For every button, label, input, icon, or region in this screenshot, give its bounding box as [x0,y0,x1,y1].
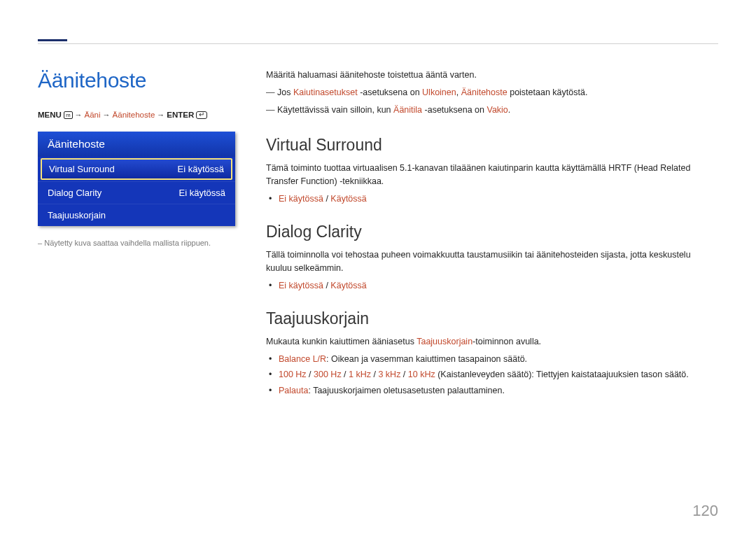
breadcrumb-item-aani: Ääni [85,111,101,119]
menu-item-taajuuskorjain[interactable]: Taajuuskorjain [38,204,235,226]
menu-item-value: Ei käytössä [179,188,225,198]
menu-item-label: Virtual Surround [49,164,115,174]
top-divider [38,43,718,44]
breadcrumb: MENU m → Ääni → Äänitehoste → ENTER [38,111,249,119]
option-virtual-surround: Ei käytössä / Käytössä [279,192,718,206]
right-column: Määritä haluamasi äänitehoste toistettua… [266,69,718,400]
breadcrumb-menu-label: MENU [38,111,62,119]
eq-bands: 100 Hz / 300 Hz / 1 kHz / 3 kHz / 10 kHz… [279,368,718,381]
intro-text: Määritä haluamasi äänitehoste toistettua… [266,69,718,82]
menu-item-dialog-clarity[interactable]: Dialog Clarity Ei käytössä [38,181,235,204]
eq-balance: Balance L/R: Oikean ja vasemman kaiuttim… [279,353,718,366]
option-dialog-clarity: Ei käytössä / Käytössä [279,279,718,293]
note-speaker-settings: Jos Kaiutinasetukset -asetuksena on Ulko… [266,86,718,99]
eq-reset: Palauta: Taajuuskorjaimen oletusasetuste… [279,384,718,398]
chevron-right-icon: → [157,111,164,119]
settings-menu-widget: Äänitehoste Virtual Surround Ei käytössä… [38,132,235,226]
top-accent-bar [38,39,67,41]
footnote-image-variance: Näytetty kuva saattaa vaihdella mallista… [38,237,249,249]
breadcrumb-item-aanitehoste: Äänitehoste [113,111,155,119]
page-content: Äänitehoste MENU m → Ääni → Äänitehoste … [38,69,718,400]
page-title: Äänitehoste [38,69,249,92]
menu-header: Äänitehoste [38,132,235,157]
page-number: 120 [692,502,718,520]
chevron-right-icon: → [103,111,111,119]
enter-icon [196,111,207,119]
menu-icon: m [64,111,73,119]
chevron-right-icon: → [75,111,83,119]
breadcrumb-enter-label: ENTER [167,111,194,119]
section-desc-virtual-surround: Tämä toiminto tuottaa virtuaalisen 5.1-k… [266,162,718,188]
section-title-virtual-surround: Virtual Surround [266,136,718,155]
section-title-taajuuskorjain: Taajuuskorjain [266,309,718,328]
left-column: Äänitehoste MENU m → Ääni → Äänitehoste … [38,69,266,400]
section-desc-taajuuskorjain: Mukauta kunkin kaiuttimen ääniasetus Taa… [266,335,718,349]
menu-item-label: Taajuuskorjain [48,210,106,220]
menu-item-label: Dialog Clarity [48,188,102,198]
section-desc-dialog-clarity: Tällä toiminnolla voi tehostaa puheen vo… [266,248,718,275]
menu-item-value: Ei käytössä [178,164,224,174]
note-sound-mode: Käytettävissä vain silloin, kun Äänitila… [266,104,718,117]
menu-item-virtual-surround[interactable]: Virtual Surround Ei käytössä [41,158,232,180]
section-title-dialog-clarity: Dialog Clarity [266,223,718,241]
